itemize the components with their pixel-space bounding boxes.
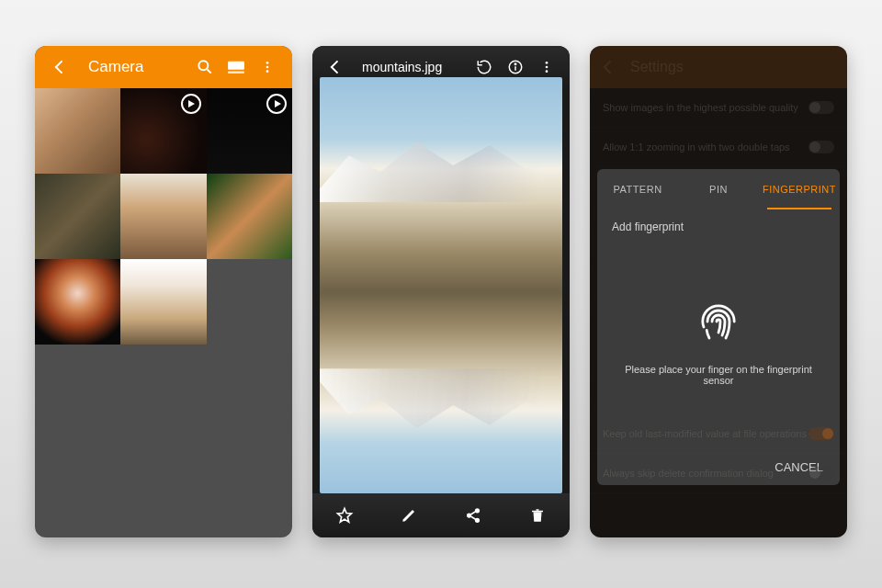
svg-point-5	[266, 70, 269, 73]
svg-point-8	[514, 63, 516, 65]
toggle-off-icon[interactable]	[808, 141, 834, 153]
gallery-topbar: Camera	[35, 46, 292, 88]
edit-icon[interactable]	[390, 507, 427, 524]
play-icon	[181, 94, 201, 114]
viewer-bottombar	[312, 493, 570, 537]
tab-label: FINGERPRINT	[763, 184, 836, 195]
fingerprint-icon	[696, 301, 741, 345]
setting-label: Always skip delete confirmation dialog	[603, 468, 774, 479]
more-icon[interactable]	[257, 58, 277, 76]
tab-pattern[interactable]: PATTERN	[597, 169, 678, 209]
fingerprint-instruction: Please place your finger on the fingerpr…	[597, 364, 840, 386]
setting-label: Keep old last-modified value at file ope…	[603, 428, 807, 439]
back-icon[interactable]	[599, 58, 617, 76]
gallery-screen: Camera	[35, 46, 292, 537]
settings-title: Settings	[630, 59, 684, 75]
setting-row[interactable]: Always skip delete confirmation dialog	[590, 454, 847, 493]
view-mode-icon[interactable]	[226, 60, 246, 74]
security-tabs: PATTERN PIN FINGERPRINT	[597, 169, 840, 209]
thumbnail-video[interactable]	[207, 88, 292, 174]
viewer-filename: mountains.jpg	[362, 60, 469, 74]
gallery-title: Camera	[88, 58, 189, 76]
thumbnail-grid	[35, 88, 292, 345]
svg-point-10	[546, 66, 548, 69]
info-icon[interactable]	[505, 59, 526, 75]
back-icon[interactable]	[325, 58, 345, 76]
back-icon[interactable]	[50, 58, 70, 76]
delete-icon[interactable]	[519, 506, 556, 525]
play-icon	[266, 94, 287, 114]
setting-row[interactable]: Keep old last-modified value at file ope…	[590, 414, 847, 454]
toggle-off-icon[interactable]	[808, 467, 834, 480]
more-icon[interactable]	[537, 58, 557, 76]
toggle-on-icon[interactable]	[808, 427, 834, 440]
toggle-off-icon[interactable]	[808, 101, 834, 114]
tab-fingerprint[interactable]: FINGERPRINT	[759, 169, 840, 209]
thumbnail-video[interactable]	[120, 88, 206, 174]
rotate-icon[interactable]	[474, 59, 494, 75]
thumbnail-photo[interactable]	[35, 259, 120, 345]
share-icon[interactable]	[455, 507, 492, 524]
thumbnail-photo[interactable]	[207, 174, 292, 259]
setting-label: Allow 1:1 zooming in with two double tap…	[603, 141, 790, 153]
setting-row[interactable]: Allow 1:1 zooming in with two double tap…	[590, 128, 847, 167]
svg-rect-2	[228, 71, 244, 74]
search-icon[interactable]	[195, 58, 215, 76]
svg-point-9	[546, 62, 548, 64]
setting-row[interactable]: Show images in the highest possible qual…	[590, 88, 847, 128]
thumbnail-photo[interactable]	[120, 174, 206, 259]
thumbnail-photo[interactable]	[35, 88, 120, 174]
viewer-image[interactable]	[320, 77, 562, 493]
tab-pin[interactable]: PIN	[678, 169, 759, 209]
favorite-icon[interactable]	[326, 506, 363, 525]
tab-label: PIN	[709, 184, 728, 195]
setting-label: Show images in the highest possible qual…	[603, 102, 798, 113]
add-fingerprint-label: Add fingerprint	[597, 209, 840, 237]
svg-rect-1	[228, 62, 244, 70]
svg-point-11	[546, 70, 548, 73]
thumbnail-photo[interactable]	[120, 259, 206, 345]
thumbnail-photo[interactable]	[35, 174, 120, 259]
svg-point-4	[266, 66, 269, 69]
svg-point-0	[198, 61, 208, 70]
viewer-screen: mountains.jpg	[312, 46, 570, 537]
tab-label: PATTERN	[613, 184, 662, 195]
settings-screen: Settings Show images in the highest poss…	[590, 46, 847, 537]
settings-topbar: Settings	[590, 46, 847, 88]
svg-point-3	[266, 62, 269, 64]
